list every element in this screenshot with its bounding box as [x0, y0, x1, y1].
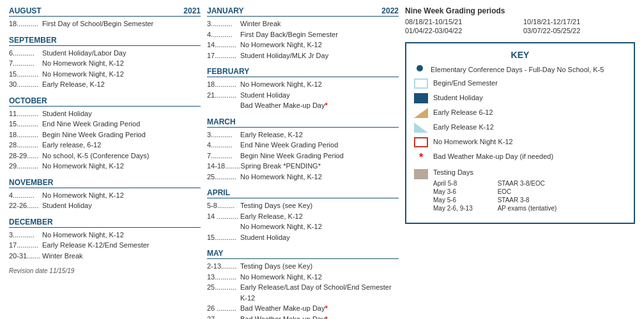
month-october: OCTOBER 11........... Student Holiday 15… [9, 96, 201, 172]
month-december: DECEMBER 3........... No Homework Night,… [9, 218, 201, 262]
month-november: NOVEMBER 4........... No Homework Night,… [9, 178, 201, 211]
list-item: 22-26...... Student Holiday [9, 200, 201, 211]
blue-triangle-icon [414, 122, 428, 133]
dark-blue-box-icon [414, 93, 428, 103]
key-desc-testing: Testing Days [433, 168, 556, 177]
list-item: 11........... Student Holiday [9, 108, 201, 119]
key-item-conf-day: Elementary Conference Days - Full-Day No… [414, 65, 626, 74]
list-item: Bad Weather Make-up Day* [207, 100, 399, 111]
list-item: 3........... Winter Break [207, 19, 399, 29]
svg-marker-1 [414, 122, 428, 133]
list-item: 14........... No Homework Night, K-12 [207, 40, 399, 50]
tan-box-icon [414, 169, 428, 179]
month-title-february: FEBRUARY [207, 67, 399, 77]
list-item: 26 .......... Bad Weather Make-up Day* [207, 303, 399, 314]
list-item: 4........... No Homework Night, K-12 [9, 190, 201, 201]
key-item-no-hw: No Homework Night K-12 [414, 137, 626, 147]
list-item: 18........... First Day of School/Begin … [9, 19, 201, 29]
key-item-begin-end: Begin/End Semester [414, 78, 626, 89]
key-desc-early-k12: Early Release K-12 [433, 122, 494, 131]
month-title-may: MAY [207, 249, 399, 259]
month-title-august: AUGUST2021 [9, 6, 201, 17]
month-title-march: MARCH [207, 117, 399, 128]
tan-triangle-icon [414, 108, 428, 118]
left-column: AUGUST2021 18........... First Day of Sc… [9, 6, 201, 319]
month-title-september: SEPTEMBER [9, 36, 201, 46]
list-item: 17........... Early Release K-12/End Sem… [9, 240, 201, 251]
list-item: 14-18........ Spring Break *PENDING* [207, 161, 399, 172]
key-box: KEY Elementary Conference Days - Full-Da… [405, 42, 635, 224]
month-april: APRIL 5-8......... Testing Days (see Key… [207, 188, 399, 242]
month-august: AUGUST2021 18........... First Day of Sc… [9, 6, 201, 29]
key-item-early-k12: Early Release K-12 [414, 122, 626, 133]
nine-week-section: Nine Week Grading periods 08/18/21-10/15… [405, 6, 635, 34]
bad-weather-icon: * [414, 152, 428, 163]
key-item-student-holiday: Student Holiday [414, 93, 626, 103]
list-item: 4........... First Day Back/Begin Semest… [207, 29, 399, 40]
list-item: No Homework Night, K-12 [207, 221, 399, 232]
month-january: JANUARY 2022 3........... Winter Break 4… [207, 6, 399, 61]
key-item-testing: Testing Days April 5-8 STAAR 3-8/EOC May… [414, 168, 626, 211]
list-item: 6........... Student Holiday/Labor Day [9, 48, 201, 59]
list-item: 4........... End Nine Week Grading Perio… [207, 140, 399, 151]
month-title-november: NOVEMBER [9, 178, 201, 188]
key-desc-conf-day: Elementary Conference Days - Full-Day No… [431, 65, 604, 74]
list-item: 20-31....... Winter Break [9, 251, 201, 262]
middle-column: JANUARY 2022 3........... Winter Break 4… [207, 6, 399, 319]
list-item: 29........... No Homework Night, K-12 [9, 161, 201, 172]
month-september: SEPTEMBER 6........... Student Holiday/L… [9, 36, 201, 90]
list-item: 7........... No Homework Night, K-12 [9, 58, 201, 69]
light-blue-box-icon [414, 78, 428, 89]
key-desc-early-612: Early Release 6-12 [433, 108, 493, 117]
list-item: 28-29...... No school, K-5 (Conference D… [9, 151, 201, 161]
key-title: KEY [414, 50, 626, 60]
key-item-early-612: Early Release 6-12 [414, 108, 626, 118]
month-title-january: JANUARY 2022 [207, 6, 399, 17]
key-desc-bad-weather: Bad Weather Make-up Day (if needed) [433, 152, 553, 161]
list-item: 28........... Early release, 6-12 [9, 140, 201, 151]
list-item: 25........... No Homework Night, K-12 [207, 172, 399, 182]
key-desc-no-hw: No Homework Night K-12 [433, 137, 513, 146]
list-item: 15........... End Nine Week Grading Peri… [9, 119, 201, 130]
early-k12-icon [414, 122, 428, 133]
month-title-december: DECEMBER [9, 218, 201, 228]
student-holiday-icon [414, 93, 428, 103]
right-column: Nine Week Grading periods 08/18/21-10/15… [405, 6, 635, 319]
list-item: 13........... No Homework Night, K-12 [207, 272, 399, 283]
list-item: 18........... Begin Nine Week Grading Pe… [9, 130, 201, 140]
list-item: 14 ........... Early Release, K-12 [207, 211, 399, 222]
nine-week-grid: 08/18/21-10/15/21 10/18/21-12/17/21 01/0… [405, 18, 635, 34]
month-title-april: APRIL [207, 188, 399, 198]
revision-date: Revision date 11/15/19 [9, 267, 201, 274]
list-item: 7........... Begin Nine Week Grading Per… [207, 151, 399, 161]
list-item: 17........... Student Holiday/MLK Jr Day [207, 50, 399, 61]
list-item: 3........... No Homework Night, K-12 [9, 230, 201, 241]
no-hw-icon [414, 137, 428, 147]
list-item: 2-13........ Testing Days (see Key) [207, 261, 399, 272]
red-border-box-icon [414, 137, 428, 147]
list-item: 18........... No Homework Night, K-12 [207, 79, 399, 90]
testing-sub-grid: April 5-8 STAAR 3-8/EOC May 3-6 EOC May … [433, 180, 556, 212]
list-item: 27 .......... Bad Weather Make-up Day* [207, 314, 399, 320]
list-item: 21........... Student Holiday [207, 90, 399, 101]
month-february: FEBRUARY 18........... No Homework Night… [207, 67, 399, 111]
month-march: MARCH 3........... Early Release, K-12 4… [207, 117, 399, 182]
conf-day-icon [414, 65, 425, 71]
key-desc-begin-end: Begin/End Semester [433, 78, 498, 87]
main-layout: AUGUST2021 18........... First Day of Sc… [9, 6, 635, 319]
early-612-icon [414, 108, 428, 118]
list-item: 25........... Early Release/Last Day of … [207, 282, 399, 303]
red-star-icon: * [419, 152, 423, 163]
list-item: 30........... Early Release, K-12 [9, 79, 201, 90]
begin-end-icon [414, 78, 428, 89]
list-item: 15........... No Homework Night, K-12 [9, 69, 201, 80]
month-title-october: OCTOBER [9, 96, 201, 107]
svg-marker-0 [414, 108, 428, 118]
list-item: 3........... Early Release, K-12 [207, 130, 399, 140]
month-may: MAY 2-13........ Testing Days (see Key) … [207, 249, 399, 319]
key-desc-student-holiday: Student Holiday [433, 93, 483, 102]
key-item-bad-weather: * Bad Weather Make-up Day (if needed) [414, 152, 626, 163]
list-item: 15........... Student Holiday [207, 232, 399, 243]
nine-week-title: Nine Week Grading periods [405, 6, 635, 15]
testing-icon [414, 169, 428, 179]
